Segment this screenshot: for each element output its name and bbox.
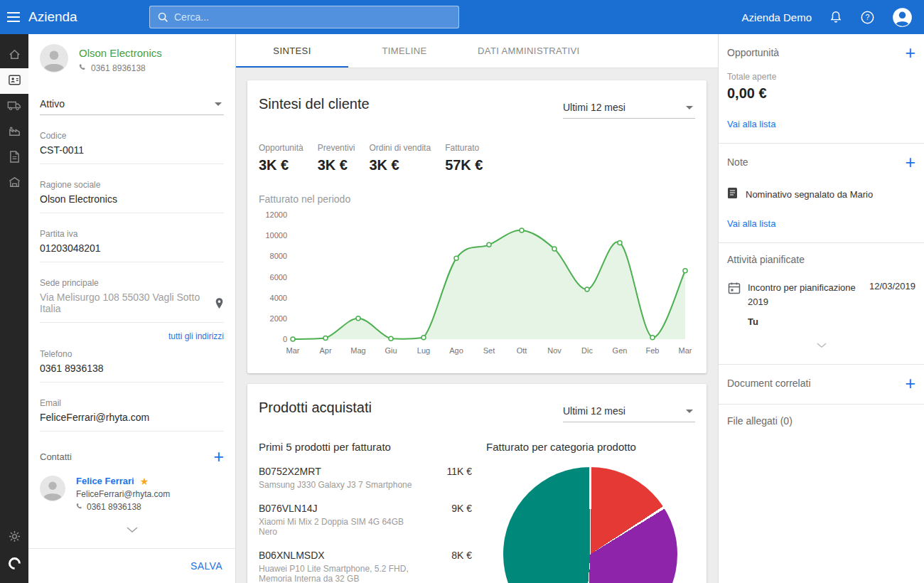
tab-sintesi[interactable]: SINTESI — [236, 34, 348, 68]
contact-phone: 0361 8936138 — [87, 502, 141, 512]
add-opportunity-button[interactable]: + — [905, 45, 915, 60]
fatturato-line-chart: 020004000600080001000012000MarAprMagGiuL… — [259, 205, 695, 358]
phone-icon — [76, 502, 83, 512]
account-name[interactable]: Azienda Demo — [742, 11, 812, 23]
product-row[interactable]: B06XNLMSDX Huawei P10 Lite Smartphone, 5… — [259, 550, 472, 583]
field-label: Sede principale — [40, 278, 224, 288]
period-value: Ultimi 12 mesi — [563, 102, 625, 113]
rail-item-documents[interactable] — [0, 145, 28, 171]
open-total-label: Totale aperte — [727, 72, 915, 82]
field-partita-iva[interactable]: Partita iva 01203048201 — [40, 229, 224, 262]
tab-timeline[interactable]: TIMELINE — [348, 34, 461, 68]
main-content: SINTESI TIMELINE DATI AMMINISTRATIVI Sin… — [236, 34, 718, 583]
customer-detail-scroll: Olson Electronics 0361 8936138 Attivo Co… — [28, 34, 235, 548]
notifications-icon[interactable] — [829, 9, 843, 25]
related-documents-section: Document correlati + — [719, 365, 924, 405]
tab-dati-amministrativi[interactable]: DATI AMMINISTRATIVI — [461, 34, 597, 68]
document-icon — [9, 150, 21, 166]
top-products-list: Primi 5 prodotti per fatturato B0752X2MR… — [259, 441, 472, 583]
all-addresses-link[interactable]: tutti gli indirizzi — [168, 331, 224, 341]
company-name: Olson Electronics — [79, 47, 162, 59]
add-document-button[interactable]: + — [905, 375, 915, 391]
product-row[interactable]: B0752X2MRT Samsung J330 Galaxy J3 7 Smar… — [259, 466, 472, 490]
contacts-section-label: Contatti — [40, 451, 72, 462]
field-label: Ragione sociale — [40, 180, 224, 190]
notes-list-link[interactable]: Vai alla lista — [727, 218, 775, 229]
tab-bar: SINTESI TIMELINE DATI AMMINISTRATIVI — [236, 34, 718, 68]
svg-text:Mar: Mar — [286, 346, 300, 355]
company-phone: 0361 8936138 — [91, 63, 146, 73]
period-select[interactable]: Ultimi 12 mesi — [563, 96, 695, 119]
opportunities-list-link[interactable]: Vai alla lista — [727, 119, 775, 129]
menu-icon[interactable] — [1, 0, 26, 34]
kpi-opportunita: Opportunità 3K € — [259, 143, 303, 173]
fatturato-chart: 020004000600080001000012000MarAprMagGiuL… — [259, 205, 695, 360]
rail-item-production[interactable] — [0, 119, 28, 145]
panel-footer: SALVA — [28, 548, 235, 583]
svg-text:Dic: Dic — [581, 346, 593, 355]
svg-text:0: 0 — [283, 335, 287, 343]
status-select[interactable]: Attivo — [40, 92, 224, 115]
field-label: Telefono — [40, 349, 224, 359]
svg-text:Nov: Nov — [547, 346, 562, 355]
activity-item[interactable]: Incontro per pianificazione 2019 12/03/2… — [727, 281, 915, 309]
field-telefono[interactable]: Telefono 0361 8936138 — [40, 349, 224, 383]
purchased-products-card: Prodotti acquistati Ultimi 12 mesi Primi… — [247, 384, 707, 583]
category-pie-chart — [503, 467, 677, 583]
section-title: Document correlati — [727, 378, 811, 389]
activities-expand-button[interactable] — [727, 338, 915, 351]
products-subtitle: Primi 5 prodotti per fatturato — [259, 441, 472, 453]
section-title: Opportunità — [727, 47, 779, 58]
nav-rail — [0, 34, 28, 583]
activity-title: Incontro per pianificazione 2019 — [748, 281, 863, 309]
field-email[interactable]: Email FeliceFerrari@rhyta.com — [40, 398, 224, 432]
section-title: File allegati (0) — [727, 415, 793, 427]
contact-card-icon — [8, 73, 21, 90]
field-ragione-sociale[interactable]: Ragione sociale Olson Electronics — [40, 180, 224, 213]
contact-name-link[interactable]: Felice Ferrari — [76, 476, 134, 486]
rail-bottom — [0, 525, 28, 583]
field-label: Partita iva — [40, 229, 224, 239]
rail-item-home[interactable] — [0, 43, 28, 68]
rail-item-shipping[interactable] — [0, 94, 28, 119]
topbar-actions: Azienda Demo ? — [742, 7, 924, 28]
contact-list-item[interactable]: Felice Ferrari ★ FeliceFerrari@rhyta.com… — [40, 476, 224, 512]
gear-icon — [8, 530, 21, 546]
search-box[interactable] — [149, 6, 459, 28]
rail-item-warehouse[interactable] — [0, 171, 28, 196]
svg-text:8000: 8000 — [270, 252, 287, 260]
favorite-star-icon[interactable]: ★ — [140, 476, 149, 486]
truck-icon — [7, 100, 21, 114]
planned-activities-section: Attività pianificate Incontro per pianif… — [719, 243, 924, 365]
rail-item-settings[interactable] — [0, 525, 28, 550]
kpi-row: Opportunità 3K € Preventivi 3K € Ordini … — [259, 143, 695, 173]
svg-text:6000: 6000 — [270, 273, 287, 282]
calendar-icon — [727, 281, 741, 309]
status-value: Attivo — [40, 98, 65, 109]
product-row[interactable]: B076VLN14J Xiaomi Mi Mix 2 Doppia SIM 4G… — [259, 503, 472, 537]
field-value: 01203048201 — [40, 242, 224, 254]
factory-icon — [8, 124, 21, 141]
note-item[interactable]: Nominativo segnalato da Mario — [727, 187, 915, 201]
rail-item-customers[interactable] — [0, 68, 28, 94]
card-title: Sintesi del cliente — [259, 96, 370, 112]
search-input[interactable] — [174, 11, 451, 23]
period-select[interactable]: Ultimi 12 mesi — [563, 400, 695, 422]
add-contact-button[interactable]: + — [213, 449, 224, 464]
field-codice[interactable]: Codice CST-0011 — [40, 131, 224, 164]
chevron-down-icon — [817, 338, 827, 351]
help-icon[interactable]: ? — [860, 10, 875, 25]
address-value: Via Melisurgo 108 55030 Vagli Sotto Ital… — [40, 292, 224, 314]
add-note-button[interactable]: + — [905, 154, 915, 170]
user-avatar[interactable] — [892, 7, 913, 28]
field-sede-principale[interactable]: Sede principale Via Melisurgo 108 55030 … — [40, 278, 224, 323]
customer-summary-card: Sintesi del cliente Ultimi 12 mesi Oppor… — [247, 80, 707, 373]
svg-text:Giu: Giu — [385, 346, 397, 355]
activity-date: 12/03/2019 — [869, 281, 915, 309]
field-value: FeliceFerrari@rhyta.com — [40, 412, 224, 423]
warehouse-icon — [8, 176, 21, 192]
contacts-expand-button[interactable] — [40, 523, 224, 536]
search-icon — [157, 11, 168, 23]
save-button[interactable]: SALVA — [190, 560, 222, 572]
location-pin-icon[interactable] — [215, 297, 224, 314]
